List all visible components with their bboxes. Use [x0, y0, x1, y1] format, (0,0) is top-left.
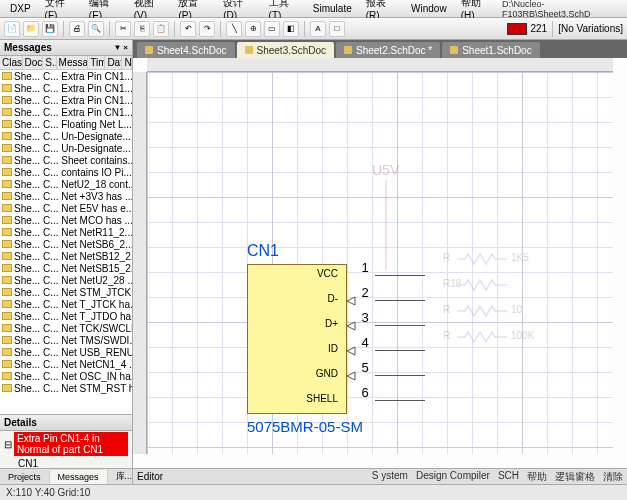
warning-icon	[2, 108, 12, 116]
tab-messages[interactable]: Messages	[50, 470, 108, 484]
msg-column-header[interactable]: Class Doc... S... Message Time Date N	[0, 56, 132, 70]
paste-icon[interactable]: 📋	[153, 21, 169, 37]
message-row[interactable]: She... C... Extra Pin CN1... 16:... 201.…	[0, 106, 132, 118]
message-row[interactable]: She... C... Net USB_RENU... 16:... 201..…	[0, 346, 132, 358]
rect-icon[interactable]: □	[329, 21, 345, 37]
warning-icon	[2, 252, 12, 260]
pin-wire	[375, 325, 425, 326]
doc-tab[interactable]: Sheet2.SchDoc *	[336, 42, 440, 58]
resistor-faded[interactable]: R100K	[457, 330, 507, 346]
message-row[interactable]: She... C... Net E5V has e... 16:... 201.…	[0, 202, 132, 214]
part-number[interactable]: 5075BMR-05-SM	[247, 418, 363, 435]
print-icon[interactable]: 🖨	[69, 21, 85, 37]
message-row[interactable]: She... C... Net OSC_IN ha... 16:... 201.…	[0, 370, 132, 382]
message-row[interactable]: She... C... Net T_JTDO ha... 16:... 201.…	[0, 310, 132, 322]
menu-simulate[interactable]: Simulate	[307, 1, 358, 16]
designator[interactable]: CN1	[247, 242, 363, 260]
pin-d+[interactable]: D+	[247, 318, 342, 329]
message-row[interactable]: She... C... NetU2_18 cont... 16:... 201.…	[0, 178, 132, 190]
doc-icon	[145, 46, 153, 54]
warning-icon	[2, 348, 12, 356]
message-row[interactable]: She... C... Net NetR11_2... 16:... 201..…	[0, 226, 132, 238]
message-row[interactable]: She... C... Net NetSB6_2... 16:... 201..…	[0, 238, 132, 250]
net-icon[interactable]: ⊕	[245, 21, 261, 37]
folder-icon[interactable]: 📁	[23, 21, 39, 37]
message-row[interactable]: She... C... Net NetSB15_2... 16:... 201.…	[0, 262, 132, 274]
footer-link[interactable]: Design Compiler	[416, 470, 490, 484]
message-row[interactable]: She... C... Net NetCN1_4 ... 16:... 201.…	[0, 358, 132, 370]
message-row[interactable]: She... C... Net +3V3 has ... 16:... 201.…	[0, 190, 132, 202]
pin-wire	[375, 275, 425, 276]
message-row[interactable]: She... C... Net MCO has ... 16:... 201..…	[0, 214, 132, 226]
menubar: DXP 文件(F) 编辑(E) 视图(V) 放置(P) 设计(D) 工具(T) …	[0, 0, 627, 18]
doc-tab[interactable]: Sheet3.SchDoc	[237, 42, 335, 58]
footer-link[interactable]: 清除	[603, 470, 623, 484]
message-row[interactable]: She... C... Net T_JTCK ha... 16:... 201.…	[0, 298, 132, 310]
message-row[interactable]: She... C... Net STM_JTCK... 16:... 201..…	[0, 286, 132, 298]
details-error[interactable]: Extra Pin CN1-4 in Normal of part CN1	[14, 432, 128, 456]
svg-marker-1	[347, 322, 355, 330]
redo-icon[interactable]: ↷	[199, 21, 215, 37]
menu-dxp[interactable]: DXP	[4, 1, 37, 16]
message-row[interactable]: She... C... Extra Pin CN1... 16:... 201.…	[0, 82, 132, 94]
error-icon: ⊟	[4, 439, 12, 450]
close-icon[interactable]: ×	[123, 43, 128, 52]
warning-icon	[2, 96, 12, 104]
resistor-faded[interactable]: R18	[457, 278, 507, 294]
new-icon[interactable]: 📄	[4, 21, 20, 37]
message-row[interactable]: She... C... Sheet contains... 16:... 201…	[0, 154, 132, 166]
menu-window[interactable]: Window	[405, 1, 453, 16]
editor-tab[interactable]: Editor	[137, 471, 163, 482]
message-row[interactable]: She... C... Net NetU2_28 ... 16:... 201.…	[0, 274, 132, 286]
save-icon[interactable]: 💾	[42, 21, 58, 37]
message-row[interactable]: She... C... contains IO Pi... 16:... 201…	[0, 166, 132, 178]
component-cn1[interactable]: CN1 VCC1D-2D+3ID4GND5SHELL6 5075BMR-05-S…	[247, 242, 363, 435]
statusbar: X:110 Y:40 Grid:10	[0, 484, 627, 500]
message-row[interactable]: She... C... Extra Pin CN1... 16:... 201.…	[0, 94, 132, 106]
footer-link[interactable]: 帮助	[527, 470, 547, 484]
message-row[interactable]: She... C... Floating Net L... 16:... 201…	[0, 118, 132, 130]
part-icon[interactable]: ◧	[283, 21, 299, 37]
component-body[interactable]	[247, 264, 347, 414]
schematic-canvas[interactable]: CN1 VCC1D-2D+3ID4GND5SHELL6 5075BMR-05-S…	[133, 58, 627, 468]
resistor-faded[interactable]: R1K5	[457, 252, 507, 268]
warning-icon	[2, 168, 12, 176]
message-row[interactable]: She... C... Net TMS/SWDI... 16:... 201..…	[0, 334, 132, 346]
message-row[interactable]: She... C... Net TCK/SWCLK... 16:... 201.…	[0, 322, 132, 334]
pin-shell[interactable]: SHELL	[247, 393, 342, 404]
message-list[interactable]: She... C... Extra Pin CN1... 16:... 201.…	[0, 70, 132, 414]
message-row[interactable]: She... C... Net STM_RST h... 16:... 201.…	[0, 382, 132, 394]
warning-icon	[2, 300, 12, 308]
message-row[interactable]: She... C... Net NetSB12_2... 16:... 201.…	[0, 250, 132, 262]
tab-projects[interactable]: Projects	[0, 470, 50, 484]
toolbar: 📄 📁 💾 🖨 🔍 ✂ ⎘ 📋 ↶ ↷ ╲ ⊕ ▭ ◧ A □ 221 [No …	[0, 18, 627, 40]
warning-icon	[2, 228, 12, 236]
zoom-icon[interactable]: 🔍	[88, 21, 104, 37]
footer-link[interactable]: S ystem	[372, 470, 408, 484]
message-row[interactable]: She... C... Un-Designate... 16:... 201..…	[0, 142, 132, 154]
color-swatch[interactable]	[507, 23, 527, 35]
variation-dropdown[interactable]: [No Variations]	[558, 23, 623, 34]
footer-link[interactable]: 逻辑窗格	[555, 470, 595, 484]
message-row[interactable]: She... C... Un-Designate... 16:... 201..…	[0, 130, 132, 142]
svg-marker-3	[347, 372, 355, 380]
pin-d-[interactable]: D-	[247, 293, 342, 304]
pin-gnd[interactable]: GND	[247, 368, 342, 379]
message-row[interactable]: She... C... Extra Pin CN1... 16:... 201.…	[0, 70, 132, 82]
footer-link[interactable]: SCH	[498, 470, 519, 484]
doc-tab[interactable]: Sheet4.SchDoc	[137, 42, 235, 58]
copy-icon[interactable]: ⎘	[134, 21, 150, 37]
dropdown-icon[interactable]: ▼	[113, 43, 121, 52]
port-icon[interactable]: ▭	[264, 21, 280, 37]
pin-wire	[375, 375, 425, 376]
text-icon[interactable]: A	[310, 21, 326, 37]
pin-vcc[interactable]: VCC	[247, 268, 342, 279]
pin-id[interactable]: ID	[247, 343, 342, 354]
resistor-faded[interactable]: R10	[457, 304, 507, 320]
wire-icon[interactable]: ╲	[226, 21, 242, 37]
doc-tab[interactable]: Sheet1.SchDoc	[442, 42, 540, 58]
cut-icon[interactable]: ✂	[115, 21, 131, 37]
undo-icon[interactable]: ↶	[180, 21, 196, 37]
net-label-u5v[interactable]: U5V	[372, 162, 399, 178]
pin-number: 1	[355, 260, 375, 275]
